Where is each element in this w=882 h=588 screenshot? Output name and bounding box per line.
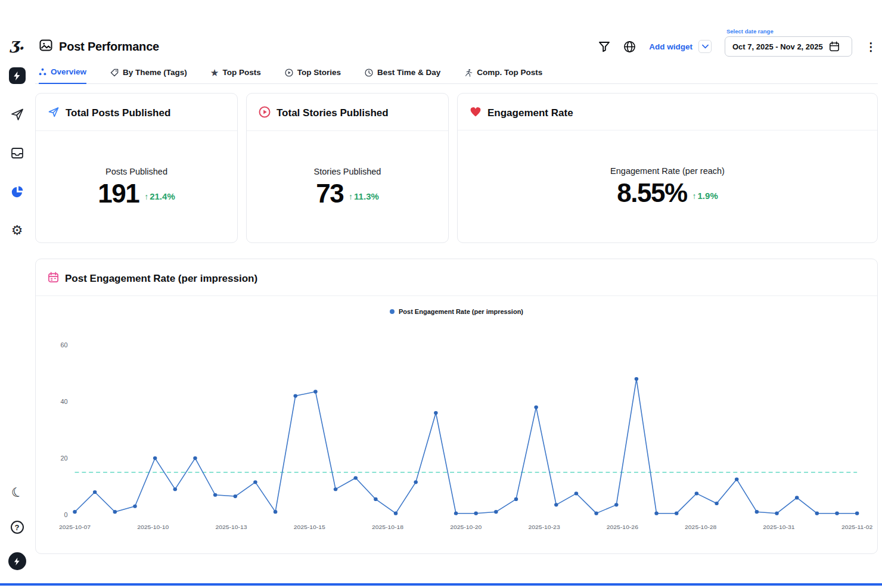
- runner-icon: [464, 69, 473, 77]
- stat-card-total-posts: Total Posts Published Posts Published 19…: [35, 93, 238, 243]
- stories-play-icon: [259, 106, 271, 120]
- topbar: Post Performance Add widget Select date …: [35, 33, 878, 60]
- metric-label: Engagement Rate (per reach): [610, 166, 725, 176]
- tab-overview[interactable]: Overview: [39, 67, 86, 84]
- up-arrow-icon: ↑: [692, 191, 697, 201]
- svg-text:2025-10-31: 2025-10-31: [763, 524, 795, 531]
- stat-card-engagement-rate: Engagement Rate Engagement Rate (per rea…: [457, 93, 878, 243]
- svg-text:2025-11-02: 2025-11-02: [841, 524, 873, 531]
- tag-icon: [110, 69, 119, 77]
- workspace-icon[interactable]: [9, 67, 26, 84]
- overview-icon: [39, 68, 46, 76]
- svg-text:20: 20: [61, 455, 68, 462]
- question-mark-icon: ?: [11, 521, 24, 534]
- help-icon[interactable]: ?: [9, 519, 26, 536]
- up-arrow-icon: ↑: [349, 192, 353, 201]
- tab-best-time-day[interactable]: Best Time & Day: [365, 68, 440, 83]
- svg-text:2025-10-10: 2025-10-10: [137, 524, 169, 531]
- add-widget-button[interactable]: Add widget: [649, 42, 692, 51]
- svg-text:2025-10-23: 2025-10-23: [529, 524, 561, 531]
- paper-plane-icon: [48, 106, 60, 120]
- svg-text:2025-10-26: 2025-10-26: [607, 524, 639, 531]
- kebab-menu-icon[interactable]: ⋮: [865, 40, 877, 54]
- tab-comp-top-posts[interactable]: Comp. Top Posts: [464, 68, 542, 83]
- svg-text:2025-10-18: 2025-10-18: [372, 524, 404, 531]
- inbox-icon[interactable]: [9, 145, 26, 161]
- date-range-value: Oct 7, 2025 - Nov 2, 2025: [732, 42, 823, 51]
- filter-icon[interactable]: [598, 41, 610, 52]
- stat-card-title: Total Stories Published: [277, 107, 389, 119]
- account-avatar[interactable]: [8, 552, 26, 570]
- up-arrow-icon: ↑: [144, 192, 148, 201]
- metric-value: 191: [98, 179, 139, 209]
- moon-icon[interactable]: ☾: [9, 484, 26, 501]
- svg-text:2025-10-28: 2025-10-28: [685, 524, 717, 531]
- date-range-label: Select date range: [726, 28, 774, 35]
- legend-dot-icon: [390, 309, 395, 314]
- bottom-edge-bar: [0, 583, 882, 586]
- metric-value: 73: [316, 179, 343, 209]
- play-circle-icon: [285, 69, 293, 77]
- app-logo[interactable]: ʒ.: [10, 35, 24, 53]
- stat-card-total-stories: Total Stories Published Stories Publishe…: [246, 93, 449, 243]
- metric-delta: ↑1.9%: [692, 191, 718, 201]
- svg-text:40: 40: [61, 398, 68, 405]
- svg-text:0: 0: [64, 511, 68, 518]
- metric-delta: ↑11.3%: [349, 191, 379, 201]
- chevron-down-icon: [702, 44, 709, 49]
- tab-by-theme-tags[interactable]: By Theme (Tags): [110, 68, 187, 83]
- metric-value: 8.55%: [617, 178, 687, 208]
- bolt-icon: [13, 71, 21, 80]
- page: ʒ. ⚙ ☾ ?: [0, 0, 882, 586]
- main-content: Post Performance Add widget Select date …: [34, 0, 882, 586]
- clock-icon: [365, 69, 373, 77]
- legend-label: Post Engagement Rate (per impression): [399, 308, 523, 315]
- page-title: Post Performance: [59, 40, 159, 54]
- stats-row: Total Posts Published Posts Published 19…: [35, 93, 878, 243]
- tab-top-posts[interactable]: ★ Top Posts: [211, 68, 261, 83]
- svg-text:2025-10-13: 2025-10-13: [215, 524, 247, 531]
- bolt-icon: [14, 558, 20, 565]
- calendar-icon: [829, 41, 840, 52]
- tab-bar: Overview By Theme (Tags) ★ Top Posts Top…: [35, 61, 878, 84]
- svg-text:2025-10-20: 2025-10-20: [450, 524, 482, 531]
- date-range-picker[interactable]: Select date range Oct 7, 2025 - Nov 2, 2…: [725, 36, 852, 57]
- metric-label: Stories Published: [314, 167, 381, 176]
- metric-label: Posts Published: [105, 167, 167, 176]
- globe-icon[interactable]: [623, 41, 636, 53]
- heart-icon: [470, 106, 482, 120]
- engagement-chart: 02040602025-10-072025-10-102025-10-13202…: [46, 316, 867, 540]
- post-image-icon: [39, 38, 53, 55]
- svg-text:60: 60: [61, 341, 68, 349]
- chart-card-title: Post Engagement Rate (per impression): [65, 273, 257, 285]
- send-icon[interactable]: [9, 106, 26, 123]
- gear-icon[interactable]: ⚙: [9, 222, 26, 239]
- stat-card-title: Total Posts Published: [66, 107, 170, 119]
- engagement-chart-card: Post Engagement Rate (per impression) Po…: [35, 259, 878, 554]
- chart-legend: Post Engagement Rate (per impression): [46, 308, 867, 315]
- calendar-pink-icon: [48, 272, 59, 285]
- add-widget-chevron[interactable]: [698, 40, 712, 53]
- stat-card-title: Engagement Rate: [487, 107, 573, 119]
- tab-top-stories[interactable]: Top Stories: [285, 68, 341, 83]
- chart-body: Post Engagement Rate (per impression) 02…: [36, 296, 877, 543]
- svg-text:2025-10-07: 2025-10-07: [59, 524, 91, 531]
- sidebar: ʒ. ⚙ ☾ ?: [0, 0, 34, 586]
- star-icon: ★: [211, 69, 219, 77]
- metric-delta: ↑21.4%: [144, 191, 175, 201]
- svg-text:2025-10-15: 2025-10-15: [294, 524, 326, 531]
- pie-chart-icon[interactable]: [9, 183, 26, 200]
- add-widget-group: Add widget: [649, 40, 712, 53]
